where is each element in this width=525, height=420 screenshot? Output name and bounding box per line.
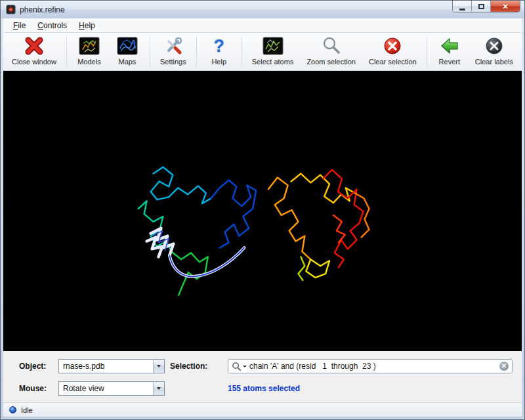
search-caret-icon <box>243 366 247 368</box>
close-icon: ✕ <box>502 3 508 10</box>
close-button[interactable]: ✕ <box>491 1 520 12</box>
close-window-icon <box>24 35 45 56</box>
selection-label: Selection: <box>170 362 222 371</box>
settings-icon <box>163 35 184 56</box>
status-dot-icon <box>9 406 16 413</box>
help-label: Help <box>211 58 226 66</box>
controls-panel: Object: rnase-s.pdb Selection: ✕ Mouse: … <box>3 351 522 402</box>
revert-button[interactable]: Revert <box>434 35 465 66</box>
menu-controls[interactable]: Controls <box>32 20 73 32</box>
status-bar: Idle <box>3 402 522 417</box>
maps-button[interactable]: Maps <box>112 35 143 66</box>
mouse-dropdown-value: Rotate view <box>59 382 153 395</box>
revert-label: Revert <box>439 58 460 66</box>
clear-labels-icon <box>484 35 505 56</box>
help-button[interactable]: ? Help <box>203 35 235 66</box>
models-label: Models <box>77 58 100 66</box>
chevron-down-icon <box>157 387 161 390</box>
toolbar-separator <box>196 37 197 67</box>
maximize-icon <box>478 4 484 9</box>
clear-selection-label: Clear selection <box>369 58 417 66</box>
maximize-button[interactable] <box>472 1 491 12</box>
zoom-selection-button[interactable]: Zoom selection <box>303 35 359 66</box>
clear-selection-button[interactable]: Clear selection <box>366 35 420 66</box>
selection-searchbox[interactable]: ✕ <box>228 359 513 373</box>
object-label: Object: <box>19 362 53 371</box>
toolbar: Close window Models <box>3 33 522 71</box>
object-dropdown[interactable]: rnase-s.pdb <box>58 359 165 373</box>
molecule-viewport[interactable] <box>3 71 522 351</box>
window-buttons: ✕ <box>452 1 520 12</box>
help-icon: ? <box>209 35 230 56</box>
models-button[interactable]: Models <box>74 35 105 66</box>
toolbar-separator <box>242 37 242 67</box>
title-bar[interactable]: phenix.refine ✕ <box>1 1 524 18</box>
search-menu-icon[interactable] <box>232 362 247 371</box>
chevron-down-icon <box>157 365 161 368</box>
phenix-refine-window: phenix.refine ✕ File Controls Help <box>0 0 525 420</box>
revert-icon <box>439 35 460 56</box>
menu-bar: File Controls Help <box>3 18 522 33</box>
app-icon <box>6 5 16 14</box>
close-window-button[interactable]: Close window <box>9 35 60 66</box>
zoom-selection-label: Zoom selection <box>306 58 356 66</box>
toolbar-separator <box>66 37 67 67</box>
maps-label: Maps <box>118 58 136 66</box>
menu-help[interactable]: Help <box>73 20 101 32</box>
search-clear-button[interactable]: ✕ <box>499 362 509 371</box>
settings-label: Settings <box>160 58 186 66</box>
toolbar-separator <box>150 37 150 67</box>
mouse-dropdown[interactable]: Rotate view <box>58 381 165 396</box>
molecule-render <box>3 71 522 351</box>
clear-labels-button[interactable]: Clear labels <box>472 35 516 66</box>
window-title: phenix.refine <box>20 5 65 14</box>
clear-labels-label: Clear labels <box>475 58 513 66</box>
mouse-label: Mouse: <box>19 384 53 393</box>
clear-selection-icon <box>382 35 403 56</box>
select-atoms-icon <box>262 35 284 56</box>
mouse-dropdown-button[interactable] <box>153 382 164 395</box>
close-window-label: Close window <box>12 58 56 66</box>
minimize-icon <box>459 9 465 10</box>
models-icon <box>79 35 100 56</box>
select-atoms-button[interactable]: Select atoms <box>249 35 297 66</box>
select-atoms-label: Select atoms <box>252 58 294 66</box>
toolbar-separator <box>427 37 427 67</box>
settings-button[interactable]: Settings <box>157 35 190 66</box>
maps-icon <box>117 35 138 56</box>
atoms-selected-text: 155 atoms selected <box>228 384 513 393</box>
zoom-selection-icon <box>321 35 342 56</box>
object-dropdown-button[interactable] <box>153 360 164 373</box>
object-dropdown-value: rnase-s.pdb <box>59 360 153 373</box>
selection-input[interactable] <box>249 360 499 372</box>
minimize-button[interactable] <box>453 1 472 12</box>
status-text: Idle <box>21 406 33 414</box>
menu-file[interactable]: File <box>7 20 32 32</box>
